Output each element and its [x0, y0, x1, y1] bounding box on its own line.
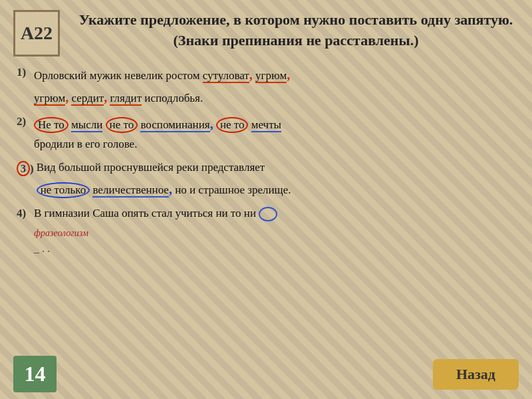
comma-1b: , — [287, 67, 290, 82]
underline-3a: величественное — [92, 184, 168, 198]
item-4-content: В гимназии Саша опять стал учиться ни то… — [34, 204, 515, 223]
page-number: 14 — [13, 356, 57, 392]
circle-3-num: 3 — [17, 161, 30, 176]
back-button[interactable]: Назад — [433, 359, 519, 390]
item-2-content: Не то мысли не то воспоминания, не то ме… — [34, 112, 515, 154]
underline-1d: сердит — [71, 92, 104, 106]
item-3-num: 3) — [17, 158, 34, 179]
item-3-row: 3) Вид большой проснувшейся реки предста… — [17, 158, 515, 200]
item-4-dots: – · · — [34, 243, 515, 262]
header: A22 Укажите предложение, в котором нужно… — [0, 0, 532, 57]
comma-2a: , — [210, 116, 213, 131]
underline-1c: угрюм — [34, 92, 65, 106]
a22-badge: A22 — [13, 10, 60, 57]
item-2-row: 2) Не то мысли не то воспоминания, не то… — [17, 112, 515, 154]
comma-1c: , — [65, 90, 68, 104]
page-title: Укажите предложение, в котором нужно пос… — [73, 7, 519, 51]
item-2-num: 2) — [17, 112, 31, 132]
list-item: 1) Орловский мужик невелик ростом сутуло… — [17, 63, 515, 108]
circle-ne-to-2: не то — [106, 117, 138, 133]
item-1-content: Орловский мужик невелик ростом сутуловат… — [34, 63, 515, 108]
list-item: 2) Не то мысли не то воспоминания, не то… — [17, 112, 515, 154]
item-4-annotation: фразеологизм — [34, 223, 515, 243]
underline-1a: сутуловат — [203, 69, 249, 83]
frazeo-label: фразеологизм — [34, 228, 88, 238]
circle-ne-tolko: не только — [37, 182, 90, 198]
underline-2a: мысли — [71, 118, 102, 132]
underline-1e: глядит — [110, 92, 142, 106]
item-4-num: 4) — [17, 204, 31, 223]
item-4-row: 4) В гимназии Саша опять стал учиться ни… — [17, 204, 515, 223]
circle-empty-4 — [259, 207, 277, 221]
dots-text: – · · — [34, 246, 50, 257]
circle-ne-to-3: не то — [216, 117, 249, 133]
content-area: 1) Орловский мужик невелик ростом сутуло… — [0, 57, 532, 352]
list-item: 3) Вид большой проснувшейся реки предста… — [17, 158, 515, 200]
underline-1b: угрюм — [255, 69, 287, 83]
item-1-num: 1) — [17, 63, 31, 82]
underline-2c: мечты — [251, 118, 281, 132]
comma-1d: , — [104, 90, 107, 104]
item-3-content: Вид большой проснувшейся реки представля… — [37, 158, 515, 200]
comma-1a: , — [249, 67, 253, 82]
list-item: 4) В гимназии Саша опять стал учиться ни… — [17, 204, 515, 262]
main-container: A22 Укажите предложение, в котором нужно… — [0, 0, 532, 399]
underline-2b: воспоминания — [140, 118, 209, 132]
item-1-row: 1) Орловский мужик невелик ростом сутуло… — [17, 63, 515, 108]
comma-3a: , — [169, 182, 172, 196]
footer: 14 Назад — [0, 352, 532, 399]
circle-ne-to-1: Не то — [34, 117, 68, 133]
